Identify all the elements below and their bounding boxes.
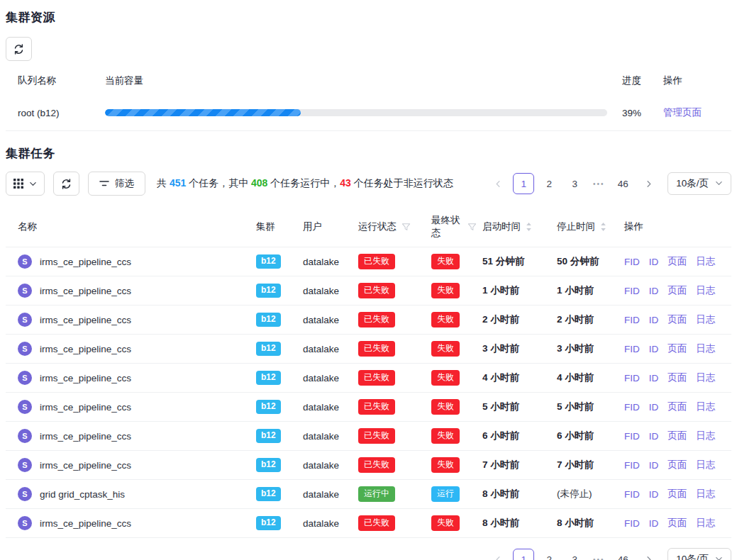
op-link-log[interactable]: 日志 — [696, 255, 715, 268]
op-link-page[interactable]: 页面 — [667, 488, 687, 500]
pagination-page-1[interactable]: 1 — [513, 549, 534, 560]
pagination-next[interactable] — [638, 173, 659, 194]
op-link-id[interactable]: ID — [649, 315, 659, 325]
op-link-id[interactable]: ID — [649, 402, 659, 413]
run-status-badge: 已失败 — [358, 515, 395, 530]
task-name[interactable]: irms_ce_pipeline_ccs — [40, 315, 131, 325]
op-link-id[interactable]: ID — [649, 460, 659, 471]
op-link-fid[interactable]: FID — [624, 315, 640, 325]
final-status-badge: 失败 — [431, 312, 460, 327]
op-link-log[interactable]: 日志 — [696, 401, 715, 413]
stop-time-cell: (未停止) — [551, 488, 619, 500]
op-link-fid[interactable]: FID — [624, 344, 640, 354]
pagination-page-2[interactable]: 2 — [538, 549, 560, 560]
pagination-prev[interactable] — [487, 173, 509, 194]
op-link-page[interactable]: 页面 — [667, 517, 687, 530]
op-link-page[interactable]: 页面 — [667, 430, 687, 442]
start-time-sorter-icon[interactable] — [526, 222, 532, 232]
run-status-badge: 运行中 — [358, 486, 395, 501]
op-link-fid[interactable]: FID — [624, 518, 640, 529]
op-link-id[interactable]: ID — [649, 257, 659, 267]
op-link-page[interactable]: 页面 — [667, 342, 687, 355]
final-status-cell: 失败 — [426, 312, 477, 327]
page-size-select[interactable]: 10条/页 — [667, 172, 731, 195]
op-link-log[interactable]: 日志 — [696, 459, 715, 471]
pagination-page-2[interactable]: 2 — [538, 173, 560, 194]
op-link-log[interactable]: 日志 — [696, 517, 715, 530]
pagination-page-3[interactable]: 3 — [564, 173, 585, 194]
pagination-page-46[interactable]: 46 — [612, 173, 633, 194]
op-link-id[interactable]: ID — [649, 373, 659, 383]
op-link-log[interactable]: 日志 — [696, 371, 715, 384]
ops-cell: FIDID页面日志 — [619, 430, 731, 442]
task-name[interactable]: irms_ce_pipeline_ccs — [40, 431, 131, 442]
pagination-prev[interactable] — [487, 549, 509, 560]
tasks-refresh-button[interactable] — [53, 172, 79, 196]
op-link-fid[interactable]: FID — [624, 431, 640, 442]
pagination-next[interactable] — [638, 549, 659, 560]
task-name[interactable]: irms_ce_pipeline_ccs — [40, 373, 131, 383]
op-link-log[interactable]: 日志 — [696, 342, 715, 355]
pagination-ellipsis[interactable]: ••• — [589, 180, 608, 188]
run-status-cell: 运行中 — [353, 486, 426, 501]
task-name-cell: Sirms_ce_pipeline_ccs — [6, 313, 250, 327]
task-name[interactable]: irms_ce_pipeline_ccs — [40, 286, 131, 296]
run-status-filter-funnel-icon[interactable] — [401, 223, 411, 232]
task-name[interactable]: irms_ce_pipeline_ccs — [40, 402, 131, 413]
op-link-id[interactable]: ID — [649, 518, 659, 529]
final-status-cell: 失败 — [426, 515, 477, 530]
op-link-log[interactable]: 日志 — [696, 488, 715, 500]
op-link-page[interactable]: 页面 — [667, 459, 687, 471]
manage-page-link[interactable]: 管理页面 — [663, 107, 702, 118]
stop-time-cell: 7 小时前 — [551, 459, 619, 471]
op-link-log[interactable]: 日志 — [696, 284, 715, 297]
op-link-fid[interactable]: FID — [624, 286, 640, 296]
task-name[interactable]: irms_ce_pipeline_ccs — [40, 460, 131, 471]
start-time: 8 小时前 — [482, 488, 519, 500]
op-link-fid[interactable]: FID — [624, 257, 640, 267]
op-link-log[interactable]: 日志 — [696, 313, 715, 326]
op-link-fid[interactable]: FID — [624, 460, 640, 471]
op-link-page[interactable]: 页面 — [667, 313, 687, 326]
op-link-id[interactable]: ID — [649, 431, 659, 442]
op-link-fid[interactable]: FID — [624, 489, 640, 500]
pagination-page-46[interactable]: 46 — [612, 549, 633, 560]
final-status-filter-funnel-icon[interactable] — [467, 223, 477, 232]
run-status-cell: 已失败 — [353, 399, 426, 414]
col-user-label: 用户 — [303, 220, 322, 233]
start-time-cell: 4 小时前 — [477, 371, 551, 384]
filter-button[interactable]: 筛选 — [88, 172, 145, 196]
op-link-log[interactable]: 日志 — [696, 430, 715, 442]
col-ops-label: 操作 — [624, 220, 643, 233]
op-link-page[interactable]: 页面 — [667, 371, 687, 384]
task-name[interactable]: irms_ce_pipeline_ccs — [40, 257, 131, 267]
resources-refresh-button[interactable] — [6, 37, 32, 61]
final-status-badge: 运行 — [431, 486, 460, 501]
final-status-cell: 运行 — [426, 486, 477, 501]
col-cluster: 集群 — [250, 220, 297, 233]
op-link-page[interactable]: 页面 — [667, 401, 687, 413]
op-link-page[interactable]: 页面 — [667, 284, 687, 297]
op-link-fid[interactable]: FID — [624, 402, 640, 413]
op-link-page[interactable]: 页面 — [667, 255, 687, 268]
summary-prefix: 共 — [157, 177, 170, 189]
op-link-id[interactable]: ID — [649, 489, 659, 500]
pagination-page-3[interactable]: 3 — [564, 549, 585, 560]
stop-time: 50 分钟前 — [557, 255, 599, 268]
op-link-id[interactable]: ID — [649, 286, 659, 296]
task-name[interactable]: irms_ce_pipeline_ccs — [40, 518, 131, 529]
op-link-fid[interactable]: FID — [624, 373, 640, 383]
run-status-cell: 已失败 — [353, 312, 426, 327]
user-cell: datalake — [297, 315, 353, 325]
pagination-page-1[interactable]: 1 — [513, 173, 534, 194]
task-name[interactable]: grid grid_cptask_his — [40, 489, 125, 500]
ops-cell: FIDID页面日志 — [619, 313, 731, 326]
task-name-cell: Sirms_ce_pipeline_ccs — [6, 342, 250, 356]
view-mode-button[interactable] — [6, 172, 45, 196]
stop-time-sorter-icon[interactable] — [600, 222, 606, 232]
pagination-ellipsis[interactable]: ••• — [589, 556, 608, 560]
op-link-id[interactable]: ID — [649, 344, 659, 354]
col-run-status-label: 运行状态 — [358, 220, 397, 233]
page-size-select[interactable]: 10条/页 — [667, 548, 731, 560]
task-name[interactable]: irms_ce_pipeline_ccs — [40, 344, 131, 354]
